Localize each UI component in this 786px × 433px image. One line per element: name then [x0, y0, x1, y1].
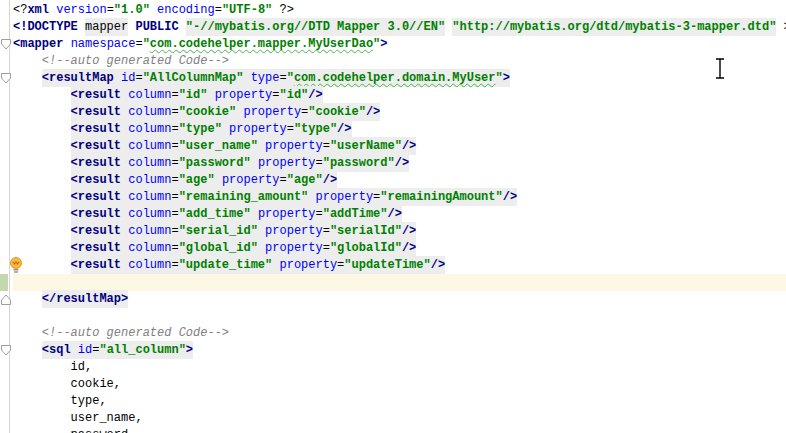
code-line[interactable]: <result column="type" property="type"/>	[0, 121, 786, 138]
code-text: <result column="user_name" property="use…	[13, 138, 786, 155]
syntax-val: "http://mybatis.org/dtd/mybatis-3-mapper…	[452, 18, 776, 36]
syntax-tag: />	[431, 256, 445, 274]
code-line[interactable]: <mapper namespace="com.codehelper.mapper…	[0, 36, 786, 53]
syntax-plain: =	[171, 171, 178, 189]
syntax-attr: property	[258, 205, 316, 223]
syntax-val: "add_time"	[179, 205, 251, 223]
code-text: <result column="cookie" property="cookie…	[13, 104, 786, 121]
syntax-plain: =	[171, 86, 178, 104]
syntax-attr: id	[78, 341, 92, 359]
syntax-comment: <!--auto generated Code-->	[42, 326, 229, 340]
code-line[interactable]: type,	[0, 393, 786, 410]
code-line[interactable]: <!--auto generated Code-->	[0, 53, 786, 70]
syntax-val: "password"	[179, 154, 251, 172]
code-line[interactable]: <result column="id" property="id"/>	[0, 87, 786, 104]
syntax-tag: <result	[71, 256, 121, 274]
code-line[interactable]: <result column="global_id" property="glo…	[0, 240, 786, 257]
syntax-attr: version	[56, 3, 106, 17]
fold-collapse-icon[interactable]	[1, 39, 11, 50]
code-text: <mapper namespace="com.codehelper.mapper…	[13, 36, 786, 53]
xml-editor[interactable]: <?xml version="1.0" encoding="UTF-8" ?><…	[0, 0, 786, 433]
code-line[interactable]: <resultMap id="AllColumnMap" type="com.c…	[0, 70, 786, 87]
syntax-plain	[150, 3, 157, 17]
code-line[interactable]: cookie,	[0, 376, 786, 393]
syntax-tag: <result	[71, 137, 121, 155]
syntax-tag: <result	[71, 239, 121, 257]
code-line[interactable]: <?xml version="1.0" encoding="UTF-8" ?>	[0, 2, 786, 19]
syntax-plain	[215, 171, 222, 189]
syntax-tag: />	[388, 205, 402, 223]
syntax-tag: <resultMap	[42, 69, 114, 87]
syntax-tag: <result	[71, 205, 121, 223]
syntax-attr: column	[128, 188, 171, 206]
code-line[interactable]: </resultMap>	[0, 291, 786, 308]
syntax-tag: />	[402, 239, 416, 257]
code-line[interactable]: password	[0, 427, 786, 433]
code-line[interactable]: user_name,	[0, 410, 786, 427]
syntax-plain	[251, 154, 258, 172]
gutter-cell	[0, 172, 13, 189]
syntax-val: "user_name"	[179, 137, 258, 155]
syntax-val: "addTime"	[323, 205, 388, 223]
code-line[interactable]: <result column="remaining_amount" proper…	[0, 189, 786, 206]
code-line[interactable]: <result column="age" property="age"/>	[0, 172, 786, 189]
gutter-cell	[0, 342, 13, 359]
code-text: <!DOCTYPE mapper PUBLIC "-//mybatis.org/…	[13, 19, 786, 36]
syntax-attr: column	[128, 154, 171, 172]
fold-collapse-icon[interactable]	[1, 345, 11, 356]
code-text: <result column="id" property="id"/>	[13, 87, 786, 104]
code-line[interactable]: <result column="add_time" property="addT…	[0, 206, 786, 223]
syntax-val: "all_column"	[99, 341, 185, 359]
syntax-val: "-//mybatis.org//DTD Mapper 3.0//EN"	[186, 18, 445, 36]
code-line[interactable]: <result column="cookie" property="cookie…	[0, 104, 786, 121]
code-line[interactable]: id,	[0, 359, 786, 376]
code-text: <resultMap id="AllColumnMap" type="com.c…	[13, 70, 786, 87]
code-text: cookie,	[13, 376, 786, 393]
syntax-comment: <!--auto generated Code-->	[42, 54, 229, 68]
syntax-plain: =	[171, 256, 178, 274]
syntax-val: "globalId"	[330, 239, 402, 257]
code-line[interactable]: <sql id="all_column">	[0, 342, 786, 359]
code-line[interactable]: <result column="update_time" property="u…	[0, 257, 786, 274]
gutter-cell	[0, 138, 13, 155]
code-line[interactable]	[0, 274, 786, 291]
syntax-tag: />	[323, 171, 337, 189]
code-text: <result column="global_id" property="glo…	[13, 240, 786, 257]
syntax-val: "remaining_amount"	[179, 188, 309, 206]
syntax-val: "updateTime"	[344, 256, 430, 274]
syntax-plain: <?	[13, 3, 27, 17]
syntax-plain: =	[107, 3, 114, 17]
syntax-plain	[114, 69, 121, 87]
code-text: <result column="type" property="type"/>	[13, 121, 786, 138]
code-line[interactable]: <result column="serial_id" property="ser…	[0, 223, 786, 240]
fold-collapse-icon[interactable]	[1, 73, 11, 84]
syntax-val: "cookie"	[179, 103, 237, 121]
code-text: id,	[13, 359, 786, 376]
syntax-attr: column	[128, 239, 171, 257]
syntax-val-typo: com.codehelper.domain.MyUser	[294, 69, 496, 87]
syntax-val: "serialId"	[330, 222, 402, 240]
syntax-val: "	[496, 69, 503, 87]
code-text: <result column="update_time" property="u…	[13, 257, 786, 274]
code-line[interactable]: <result column="user_name" property="use…	[0, 138, 786, 155]
gutter-cell	[0, 121, 13, 138]
fold-end-icon[interactable]	[1, 294, 11, 305]
syntax-plain: =	[171, 222, 178, 240]
code-line[interactable]: <!--auto generated Code-->	[0, 325, 786, 342]
intention-lightbulb-icon[interactable]	[9, 257, 23, 274]
syntax-tag: />	[308, 86, 322, 104]
syntax-plain	[243, 69, 250, 87]
syntax-tag: />	[395, 154, 409, 172]
code-line[interactable]	[0, 308, 786, 325]
gutter-cell	[0, 70, 13, 87]
code-text: <result column="password" property="pass…	[13, 155, 786, 172]
code-line[interactable]: <!DOCTYPE mapper PUBLIC "-//mybatis.org/…	[0, 19, 786, 36]
syntax-plain: =	[323, 137, 330, 155]
code-line[interactable]: <result column="password" property="pass…	[0, 155, 786, 172]
gutter-cell	[0, 376, 13, 393]
syntax-plain	[71, 341, 78, 359]
syntax-tag: <result	[71, 103, 121, 121]
code-text: <result column="age" property="age"/>	[13, 172, 786, 189]
syntax-plain: =	[323, 239, 330, 257]
syntax-plain: =	[279, 171, 286, 189]
